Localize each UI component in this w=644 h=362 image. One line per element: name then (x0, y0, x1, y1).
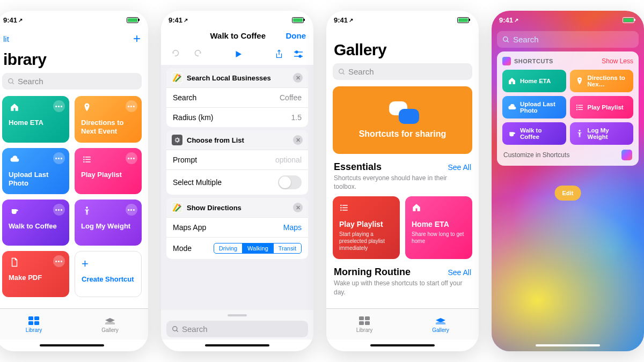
library-icon (27, 315, 40, 326)
page-title: Gallery (326, 41, 479, 63)
status-time: 9:41 (3, 16, 17, 24)
delete-action-icon[interactable]: ✕ (293, 73, 303, 83)
sharing-banner[interactable]: Shortcuts for sharing (333, 86, 472, 154)
home-icon (9, 101, 20, 113)
widget-tile[interactable]: Directions to Nex… (570, 70, 634, 92)
widget-tile[interactable]: Home ETA (502, 70, 566, 92)
tile-menu-icon[interactable]: ••• (126, 204, 137, 216)
status-time: 9:41 (334, 16, 348, 24)
see-all-link[interactable]: See All (448, 163, 471, 172)
svg-rect-5 (85, 159, 91, 160)
done-button[interactable]: Done (286, 31, 306, 40)
gallery-card[interactable]: Home ETAShare how long to get home (405, 196, 472, 259)
home-indicator[interactable] (161, 339, 313, 351)
tile-menu-icon[interactable]: ••• (53, 255, 65, 267)
action-row[interactable]: SearchCoffee (166, 87, 308, 107)
share-icon[interactable] (274, 49, 284, 60)
toggle-switch[interactable] (278, 175, 302, 189)
search-placeholder: Search (348, 67, 374, 76)
tab-gallery[interactable]: Gallery (402, 309, 479, 339)
battery-icon (127, 17, 138, 23)
cup-icon (508, 129, 516, 138)
tab-library[interactable]: Library (326, 309, 402, 339)
shortcut-tile[interactable]: •••Log My Weight (75, 200, 142, 246)
shortcuts-app-icon (621, 150, 632, 160)
svg-point-23 (339, 69, 343, 73)
search-input[interactable]: Search (2, 73, 142, 90)
delete-action-icon[interactable]: ✕ (293, 135, 303, 145)
svg-rect-26 (342, 205, 348, 206)
section-morning: Morning Routine See All (326, 267, 479, 279)
svg-rect-11 (28, 321, 33, 325)
shortcut-tile[interactable]: •••Directions to Next Event (75, 96, 142, 143)
widget-tile[interactable]: Walk to Coffee (502, 122, 566, 145)
tile-menu-icon[interactable]: ••• (53, 204, 65, 216)
maps-app-icon (172, 72, 182, 83)
action-card: Show Directions✕Maps AppMapsModeDrivingW… (166, 198, 308, 259)
pin-icon (81, 101, 93, 113)
svg-rect-39 (576, 107, 577, 108)
svg-rect-10 (34, 316, 39, 320)
nav-header: Walk to Coffee Done (161, 29, 313, 45)
widget-tile[interactable]: Upload Last Photo (502, 96, 566, 119)
tile-label: Home ETA (9, 119, 63, 127)
gallery-content: Shortcuts for sharing Essentials See All… (326, 86, 479, 308)
tab-library[interactable]: Library (0, 309, 72, 339)
gallery-icon (104, 315, 116, 326)
settings-icon[interactable] (293, 49, 304, 60)
redo-icon[interactable] (192, 49, 203, 60)
editor-body: Search Local Businesses✕SearchCoffeeRadi… (161, 65, 313, 339)
action-row[interactable]: Maps AppMaps (166, 217, 308, 237)
show-less-link[interactable]: Show Less (602, 57, 633, 65)
home-icon (508, 77, 516, 85)
shortcuts-app-icon (502, 57, 511, 65)
drawer-grabber[interactable] (228, 314, 247, 316)
action-row[interactable]: Promptoptional (166, 150, 308, 169)
spotlight-search[interactable]: Search (497, 31, 639, 48)
tile-label: Upload Last Photo (9, 171, 63, 188)
shortcut-tile[interactable]: •••Play Playlist (75, 148, 142, 195)
svg-rect-6 (83, 161, 84, 162)
status-bar: 9:41↗ (161, 11, 313, 29)
home-indicator[interactable] (326, 339, 479, 351)
screen-gallery: 9:41↗ Gallery Search Shortcuts for shari… (326, 11, 479, 351)
svg-point-35 (503, 36, 508, 41)
svg-rect-34 (365, 321, 370, 325)
search-input[interactable]: Search (333, 63, 472, 80)
svg-rect-38 (578, 105, 583, 106)
chat-icon (386, 101, 419, 125)
home-indicator[interactable] (492, 339, 644, 351)
play-button[interactable] (233, 49, 244, 60)
tab-gallery[interactable]: Gallery (72, 309, 148, 339)
tile-menu-icon[interactable]: ••• (126, 100, 137, 112)
tab-bar: Library Gallery (326, 308, 479, 339)
shortcut-tile[interactable]: •••Upload Last Photo (2, 148, 69, 195)
editor-toolbar (161, 45, 313, 65)
widget-tile[interactable]: Play Playlist (570, 96, 634, 119)
widget-footer[interactable]: Customize in Shortcuts (502, 150, 633, 160)
gallery-card[interactable]: Play PlaylistStart playing a preselected… (333, 196, 400, 259)
action-row[interactable]: Radius (km)1.5 (166, 107, 308, 127)
shortcut-tile[interactable]: •••Walk to Coffee (2, 200, 69, 246)
home-indicator[interactable] (0, 339, 148, 351)
shortcut-tile[interactable]: •••Home ETA (2, 96, 69, 143)
tile-menu-icon[interactable]: ••• (53, 152, 65, 164)
svg-rect-40 (578, 107, 583, 108)
tile-menu-icon[interactable]: ••• (53, 100, 65, 112)
svg-line-1 (12, 82, 14, 84)
add-button[interactable]: + (133, 31, 141, 46)
segmented-control[interactable]: DrivingWalkingTransit (214, 243, 302, 254)
widget-tile[interactable]: Log My Weight (570, 122, 634, 145)
action-search[interactable]: Search (166, 321, 308, 337)
see-all-link[interactable]: See All (448, 268, 471, 277)
editor-title: Walk to Coffee (210, 31, 266, 40)
delete-action-icon[interactable]: ✕ (293, 203, 303, 212)
undo-icon[interactable] (171, 49, 181, 60)
create-shortcut-tile[interactable]: +Create Shortcut (75, 251, 142, 297)
shortcut-tile[interactable]: •••Make PDF (2, 251, 69, 297)
tile-menu-icon[interactable]: ••• (126, 152, 137, 164)
edit-widgets-button[interactable]: Edit (555, 186, 581, 201)
actions-drawer[interactable]: Search (161, 310, 313, 339)
action-header: Search Local Businesses✕ (166, 68, 308, 87)
edit-button[interactable]: lit (3, 34, 9, 43)
